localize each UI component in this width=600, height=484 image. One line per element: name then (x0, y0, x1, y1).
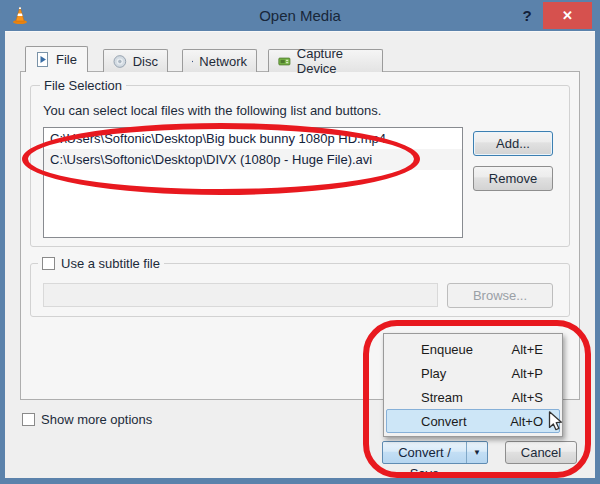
tab-network[interactable]: Network (182, 49, 257, 72)
disc-icon (113, 54, 127, 69)
titlebar[interactable]: Open Media ? ✕ (0, 0, 600, 31)
help-button[interactable]: ? (516, 4, 538, 28)
mouse-cursor-icon (544, 410, 566, 432)
browse-button[interactable]: Browse... (447, 283, 553, 308)
capture-device-icon (278, 54, 291, 69)
file-selection-description: You can select local files with the foll… (43, 103, 381, 118)
show-more-options-checkbox[interactable] (22, 413, 35, 426)
show-more-options-row[interactable]: Show more options (22, 412, 152, 427)
subtitle-file-input[interactable] (43, 283, 438, 307)
open-media-dialog: Open Media ? ✕ File Disc Network (0, 0, 600, 484)
network-icon (192, 54, 193, 69)
tab-file-label: File (56, 52, 77, 67)
red-oval-annotation-files (22, 123, 420, 195)
tab-capture-device-label: Capture Device (297, 46, 373, 76)
use-subtitle-label: Use a subtitle file (61, 256, 160, 271)
tab-disc-label: Disc (133, 54, 158, 69)
red-oval-annotation-actions (363, 320, 591, 478)
show-more-options-label: Show more options (41, 412, 152, 427)
use-subtitle-checkbox-row[interactable]: Use a subtitle file (38, 256, 164, 271)
remove-button[interactable]: Remove (473, 166, 553, 191)
tab-file[interactable]: File (25, 46, 88, 72)
window-title: Open Media (0, 0, 600, 31)
close-button[interactable]: ✕ (543, 2, 592, 29)
tab-capture-device[interactable]: Capture Device (268, 49, 383, 72)
tab-disc[interactable]: Disc (103, 49, 168, 72)
tab-network-label: Network (199, 54, 247, 69)
file-play-icon (35, 52, 50, 67)
use-subtitle-checkbox[interactable] (42, 257, 55, 270)
file-selection-group-title: File Selection (40, 78, 126, 93)
add-button[interactable]: Add... (473, 131, 553, 156)
